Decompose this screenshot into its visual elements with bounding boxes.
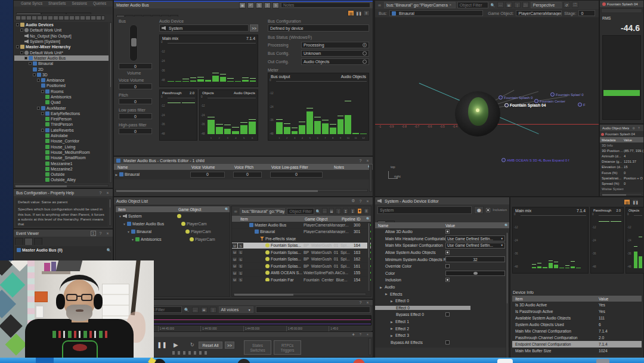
- search-icon[interactable]: 🔍: [184, 307, 190, 312]
- audio-object-label[interactable]: Fountain Center: [534, 99, 565, 103]
- bus-config-field[interactable]: Defined by device: [268, 24, 369, 32]
- tree-item[interactable]: No_Output [No Output]: [14, 33, 109, 39]
- metadata-row[interactable]: Spatializati... Position + O: [600, 175, 643, 181]
- tree-item[interactable]: Astrolabe: [14, 133, 109, 138]
- device-info-row[interactable]: Passthrough Channel Configuration 2.0: [512, 334, 642, 341]
- tree-item[interactable]: EarlyReflections: [14, 111, 109, 116]
- mute-button[interactable]: M: [232, 257, 237, 262]
- camera-icon[interactable]: 🎥: [522, 2, 529, 8]
- voice-volume-field[interactable]: 0: [190, 172, 225, 178]
- meter-view-icon[interactable]: ▥: [624, 199, 630, 205]
- metadata-row[interactable]: 3D Position ... (85.77, 339.(: [600, 148, 643, 153]
- tree-item[interactable]: Master-Mixer Hierarchy: [14, 44, 109, 49]
- expand-box-icon[interactable]: [20, 51, 23, 54]
- device-info-row[interactable]: Is Passthrough Active Yes: [512, 308, 642, 315]
- explorer-vscrollbar[interactable]: [109, 22, 112, 183]
- tree-item[interactable]: House_SmallRoom: [14, 155, 109, 160]
- expand-box-icon[interactable]: [29, 62, 32, 65]
- property-checkbox[interactable]: [445, 264, 450, 268]
- grid-icon[interactable]: ⊞: [506, 2, 512, 8]
- aol-tree-item[interactable]: ▼ System: [116, 212, 230, 220]
- tree-item[interactable]: Ambisonics: [14, 94, 109, 100]
- color-swatch-button[interactable]: ⬤: [474, 206, 484, 214]
- pause-button[interactable]: ❚❚: [157, 342, 164, 350]
- taskbar-icon[interactable]: [497, 359, 513, 363]
- help-icon[interactable]: ?: [98, 231, 103, 236]
- audio-object-row[interactable]: M S Fountain Splas... BP_WaterGush_01_Sp…: [232, 243, 371, 250]
- close-icon[interactable]: ×: [365, 332, 370, 337]
- options-icon[interactable]: …: [497, 2, 504, 8]
- perspective-dropdown[interactable]: Perspective: [531, 2, 562, 8]
- grid-icon[interactable]: ⊞: [329, 208, 335, 214]
- audio-object-row[interactable]: Master Audio Bus PlayerCameraManager... …: [232, 222, 371, 229]
- help-icon[interactable]: ?: [358, 332, 363, 337]
- taskbar-icon[interactable]: [353, 359, 365, 363]
- close-icon[interactable]: ×: [365, 198, 370, 204]
- property-checkbox[interactable]: [445, 340, 450, 345]
- tree-item[interactable]: House_Corridor: [14, 138, 109, 144]
- taskbar-start-corner[interactable]: [36, 358, 54, 363]
- audio-object-row[interactable]: M S Fountain Splas... BP_WaterGush_01_Sp…: [232, 249, 371, 256]
- search-icon[interactable]: 🔍: [490, 2, 496, 8]
- settings-icon[interactable]: ≡: [264, 2, 271, 8]
- tree-item[interactable]: 3D: [14, 72, 109, 77]
- tree-item[interactable]: Quad: [14, 100, 109, 105]
- object-filter-input[interactable]: Object Filter: [457, 2, 488, 8]
- search-icon[interactable]: 🔍: [316, 209, 321, 214]
- tree-item[interactable]: Ambiance: [14, 77, 109, 83]
- property-checkbox[interactable]: [445, 312, 450, 317]
- bus-editor-tab[interactable]: [125, 15, 134, 17]
- mute-button[interactable]: M: [232, 263, 237, 268]
- event-viewer-tab[interactable]: [15, 238, 23, 245]
- columns-icon[interactable]: ≡: [364, 208, 369, 214]
- device-property-row[interactable]: ▶Bypass Effect 0 ▼: [375, 311, 509, 318]
- bus-editor-tab[interactable]: [152, 15, 160, 17]
- pin-icon[interactable]: 9: [273, 2, 279, 8]
- solo-button[interactable]: S: [238, 243, 243, 248]
- device-info-row[interactable]: Available System Audio Objects 111: [512, 315, 642, 321]
- solo-button[interactable]: S: [238, 277, 243, 281]
- device-property-row[interactable]: ▶Effect 2 ▼: [375, 325, 509, 332]
- metadata-row[interactable]: Focus (%) 0: [600, 170, 643, 175]
- voice-lpf-field[interactable]: 0: [270, 172, 323, 178]
- expand-box-icon[interactable]: [20, 29, 23, 32]
- device-property-row[interactable]: ▶Override Color ▼: [375, 263, 509, 270]
- property-color-swatch[interactable]: [445, 271, 505, 276]
- help-icon[interactable]: ?: [98, 190, 103, 196]
- expand-box-icon[interactable]: [16, 23, 19, 26]
- search-icon[interactable]: 🔍: [366, 216, 371, 222]
- tree-item[interactable]: ThirdPerson: [14, 122, 109, 127]
- copy-icon[interactable]: S: [256, 2, 262, 8]
- metadata-row[interactable]: Wwise System ...: [600, 187, 643, 192]
- bus-editor-tab[interactable]: [143, 15, 151, 17]
- bus-editor-tab[interactable]: [134, 15, 143, 17]
- transport-mini-icons[interactable]: [172, 351, 208, 355]
- device-info-row[interactable]: Main Mix Buffer Size 1024: [512, 348, 642, 354]
- bus-volume-field[interactable]: 0: [119, 63, 152, 69]
- pause-meters-icon[interactable]: ❚❚: [355, 10, 362, 16]
- notes-field[interactable]: Notes: [281, 2, 370, 8]
- tree-item[interactable]: AuxMaster: [14, 105, 109, 110]
- monitor-notes-field[interactable]: [256, 306, 370, 313]
- metadata-row[interactable]: Elevation (d... 15: [600, 165, 643, 170]
- expand-arrow-icon[interactable]: ▼: [130, 237, 135, 242]
- expand-box-icon[interactable]: [37, 79, 40, 82]
- expand-icon[interactable]: ↧: [350, 208, 355, 214]
- taskbar-icon[interactable]: [596, 359, 609, 363]
- metadata-row[interactable]: Spread (%) 0: [600, 181, 643, 186]
- device-property-row[interactable]: ▶Effect 3 ▼: [375, 332, 509, 339]
- mute-button[interactable]: M: [232, 250, 237, 255]
- voices-dropdown[interactable]: All voices▼: [219, 306, 253, 313]
- device-property-row[interactable]: ▶Allow System Audio Objects ▼: [375, 249, 509, 256]
- tree-item[interactable]: Mezzanine1: [14, 160, 109, 166]
- loop-button[interactable]: ↻: [190, 342, 194, 348]
- taskbar-icon[interactable]: [148, 358, 156, 363]
- close-icon[interactable]: ×: [105, 231, 110, 236]
- audio-object-label[interactable]: Fountain Splash 04: [504, 103, 546, 107]
- property-dropdown[interactable]: Use Game Defined Settin...▼: [445, 235, 505, 241]
- tree-item[interactable]: 2D: [14, 66, 109, 72]
- property-checkbox[interactable]: [445, 229, 450, 234]
- explorer-tab[interactable]: [16, 13, 41, 14]
- bus-fader-handle[interactable]: [131, 38, 137, 46]
- rtpcs-triggers-button[interactable]: RTPCsTriggers: [274, 340, 301, 355]
